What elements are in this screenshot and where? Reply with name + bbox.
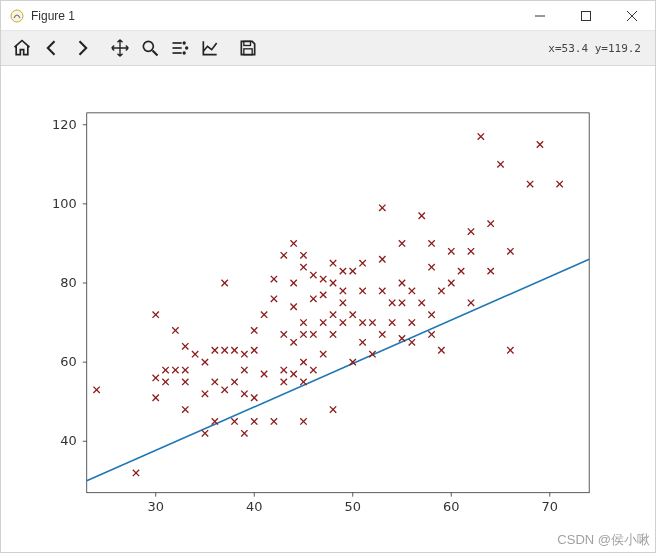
svg-point-11 xyxy=(185,47,188,50)
subplots-button[interactable] xyxy=(165,33,195,63)
coord-readout: x=53.4 y=119.2 xyxy=(548,42,649,55)
titlebar[interactable]: Figure 1 xyxy=(1,1,655,31)
minimize-button[interactable] xyxy=(517,1,563,31)
svg-rect-2 xyxy=(582,11,591,20)
svg-text:100: 100 xyxy=(52,196,77,211)
svg-point-0 xyxy=(11,10,23,22)
svg-text:60: 60 xyxy=(60,355,76,370)
close-button[interactable] xyxy=(609,1,655,31)
svg-rect-14 xyxy=(244,49,252,55)
maximize-button[interactable] xyxy=(563,1,609,31)
scatter-plot: 3040506070406080100120 xyxy=(1,66,655,552)
home-button[interactable] xyxy=(7,33,37,63)
svg-text:30: 30 xyxy=(147,499,163,514)
svg-point-10 xyxy=(183,42,186,45)
axes-button[interactable] xyxy=(195,33,225,63)
svg-text:120: 120 xyxy=(52,117,77,132)
svg-text:40: 40 xyxy=(246,499,262,514)
svg-text:70: 70 xyxy=(542,499,558,514)
save-button[interactable] xyxy=(233,33,263,63)
app-icon xyxy=(9,8,25,24)
back-button[interactable] xyxy=(37,33,67,63)
figure-window: Figure 1 xyxy=(0,0,656,553)
plot-canvas[interactable]: 3040506070406080100120 xyxy=(1,66,655,552)
watermark: CSDN @侯小啾 xyxy=(557,531,650,549)
forward-button[interactable] xyxy=(67,33,97,63)
window-title: Figure 1 xyxy=(31,9,517,23)
svg-line-6 xyxy=(153,51,158,56)
svg-text:50: 50 xyxy=(345,499,361,514)
svg-text:80: 80 xyxy=(60,275,76,290)
toolbar: x=53.4 y=119.2 xyxy=(1,31,655,66)
svg-point-5 xyxy=(143,42,153,52)
svg-text:40: 40 xyxy=(60,434,76,449)
svg-line-36 xyxy=(87,260,589,482)
svg-point-12 xyxy=(183,52,186,55)
pan-button[interactable] xyxy=(105,33,135,63)
zoom-button[interactable] xyxy=(135,33,165,63)
svg-rect-13 xyxy=(244,42,251,46)
svg-text:60: 60 xyxy=(443,499,459,514)
svg-rect-15 xyxy=(87,113,589,493)
